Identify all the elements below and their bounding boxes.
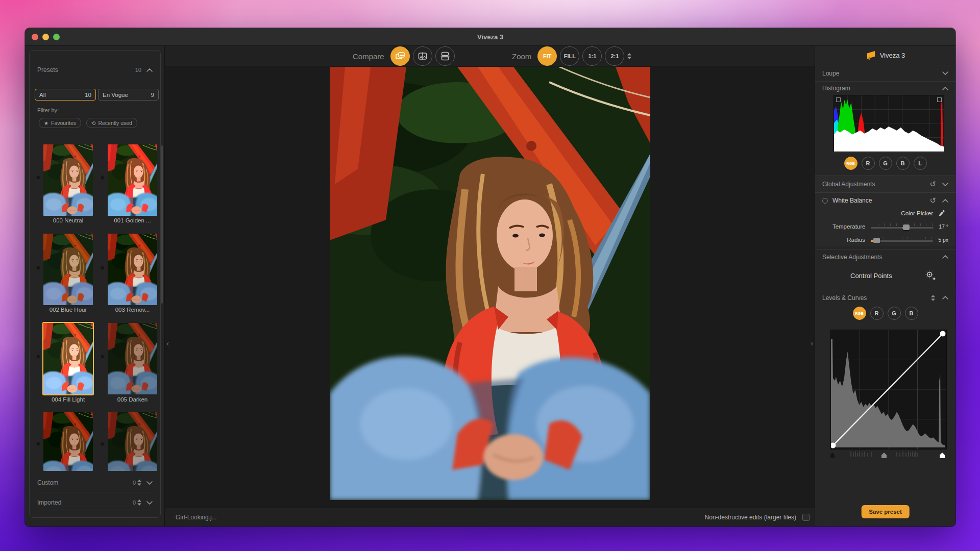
white-balance-header[interactable]: White Balance ↺ xyxy=(815,194,955,207)
zoom-fill-button[interactable]: FILL xyxy=(560,46,579,66)
nondestructive-label: Non-destructive edits (larger files) xyxy=(705,514,796,521)
chevron-up-icon[interactable] xyxy=(942,296,948,299)
chevron-down-icon[interactable] xyxy=(146,481,153,485)
chevron-down-icon[interactable] xyxy=(146,501,153,505)
zoom-fit-button[interactable]: FIT xyxy=(537,46,557,66)
presets-sidebar: Presets 10 All 10 En Vogue 9 Filter by: … xyxy=(25,46,164,526)
presets-scrollbar[interactable] xyxy=(161,145,163,304)
chevron-down-icon[interactable] xyxy=(942,183,948,186)
channel-g-button[interactable]: G xyxy=(879,157,892,170)
add-control-point-icon[interactable] xyxy=(924,269,936,282)
temperature-slider-thumb[interactable] xyxy=(903,224,910,230)
white-point-handle[interactable] xyxy=(940,453,945,458)
zoom-fit-label: FIT xyxy=(543,53,552,59)
curves-channel-g-button[interactable]: G xyxy=(888,307,901,320)
save-preset-button[interactable]: Save preset xyxy=(861,505,910,518)
preset-thumb-005-darken[interactable] xyxy=(108,323,157,394)
collapse-right-panel-handle[interactable]: › xyxy=(811,340,813,347)
shadow-clipping-toggle[interactable] xyxy=(836,97,841,102)
color-picker-label: Color Picker xyxy=(901,210,933,216)
curves-channel-r-button[interactable]: R xyxy=(870,307,884,320)
eyedropper-icon[interactable] xyxy=(938,210,945,217)
temperature-slider[interactable] xyxy=(871,223,934,230)
viveza-logo-icon xyxy=(866,51,876,60)
favourite-star-icon[interactable]: ★ xyxy=(35,353,41,360)
global-adjustments-header[interactable]: Global Adjustments ↺ xyxy=(815,176,955,193)
control-points-label: Control Points xyxy=(850,272,892,280)
preset-label: 002 Blue Hour xyxy=(36,307,101,313)
zoom-2-1-button[interactable]: 2:1 xyxy=(605,46,624,66)
zoom-1-1-button[interactable]: 1:1 xyxy=(582,46,602,66)
curves-channel-b-button[interactable]: B xyxy=(905,307,918,320)
selective-adjustments-header[interactable]: Selective Adjustments xyxy=(815,249,955,264)
favourite-star-icon[interactable]: ★ xyxy=(35,440,41,447)
imported-count: 0 xyxy=(133,499,136,506)
compare-split-vertical-button[interactable] xyxy=(413,46,432,66)
channel-rgb-button[interactable]: RGB xyxy=(844,157,857,170)
tone-curve-graphic xyxy=(831,330,946,449)
desktop: Viveza 3 Presets 10 All 10 En Vogue xyxy=(0,0,980,551)
favourite-star-icon[interactable]: ★ xyxy=(100,264,106,271)
histogram-section-header[interactable]: Histogram xyxy=(815,82,955,95)
count-stepper-icon[interactable] xyxy=(137,499,141,506)
curves-channel-rgb-button[interactable]: RGB xyxy=(853,307,866,320)
titlebar: Viveza 3 xyxy=(25,28,955,46)
highlight-clipping-toggle[interactable] xyxy=(937,97,942,102)
temperature-value: 17 ° xyxy=(939,223,948,230)
zoom-stepper-icon[interactable] xyxy=(627,53,631,59)
compare-single-view-button[interactable] xyxy=(390,46,410,66)
reset-icon[interactable]: ↺ xyxy=(929,180,936,189)
levels-curves-header[interactable]: Levels & Curves xyxy=(815,290,955,305)
imported-section-header[interactable]: Imported 0 xyxy=(29,497,161,508)
favourite-star-icon[interactable]: ★ xyxy=(35,173,41,181)
tab-all-presets[interactable]: All 10 xyxy=(35,89,96,101)
chevron-down-icon[interactable] xyxy=(942,71,948,75)
compare-split-horizontal-button[interactable] xyxy=(435,46,455,66)
preset-thumb-002-blue-hour[interactable] xyxy=(43,234,93,305)
close-window-button[interactable] xyxy=(32,34,38,40)
tab-en-vogue[interactable]: En Vogue 9 xyxy=(98,89,159,101)
preset-thumb-003-remove[interactable] xyxy=(108,234,157,305)
count-stepper-icon[interactable] xyxy=(137,480,141,486)
minimize-window-button[interactable] xyxy=(42,34,49,40)
preset-thumb-006[interactable] xyxy=(43,412,93,471)
tone-curve-editor[interactable] xyxy=(830,330,947,449)
reorder-stepper-icon[interactable] xyxy=(931,295,935,301)
channel-b-button[interactable]: B xyxy=(896,157,910,170)
filter-favourites-button[interactable]: ★ Favourites xyxy=(39,118,81,128)
chevron-up-icon[interactable] xyxy=(942,255,948,259)
presets-header[interactable]: Presets 10 xyxy=(29,64,161,76)
chevron-up-icon[interactable] xyxy=(942,199,948,203)
favourite-star-icon[interactable]: ★ xyxy=(35,264,41,271)
channel-r-button[interactable]: R xyxy=(862,157,875,170)
split-horizontal-icon xyxy=(440,51,450,61)
preset-thumb-004-fill-light-selected[interactable] xyxy=(43,323,93,394)
channel-l-button[interactable]: L xyxy=(914,157,927,170)
gamma-handle[interactable] xyxy=(881,453,887,458)
collapse-left-panel-handle[interactable]: ‹ xyxy=(166,340,169,347)
nondestructive-checkbox[interactable] xyxy=(802,514,810,521)
levels-markers xyxy=(830,450,947,460)
favourite-star-icon[interactable]: ★ xyxy=(100,353,106,360)
tab-en-vogue-count: 9 xyxy=(151,92,154,98)
reset-icon[interactable]: ↺ xyxy=(929,196,936,205)
chevron-up-icon[interactable] xyxy=(942,87,948,90)
temperature-label: Temperature xyxy=(822,223,865,230)
preset-thumb-001-golden[interactable] xyxy=(108,144,157,216)
preset-thumb-007[interactable] xyxy=(108,412,157,471)
radius-slider[interactable] xyxy=(871,236,933,243)
white-balance-enable-checkbox[interactable] xyxy=(822,198,828,204)
favourite-star-icon[interactable]: ★ xyxy=(100,440,106,447)
custom-section-header[interactable]: Custom 0 xyxy=(29,477,161,488)
loupe-section-header[interactable]: Loupe xyxy=(815,65,955,82)
chevron-up-icon[interactable] xyxy=(146,68,153,72)
zoom-window-button[interactable] xyxy=(53,34,60,40)
radius-slider-thumb[interactable] xyxy=(873,238,880,243)
filter-recently-used-button[interactable]: ⟲ Recently used xyxy=(86,118,137,128)
editor-canvas: Compare xyxy=(164,46,815,526)
status-bar: Girl-Looking.j... Non-destructive edits … xyxy=(165,508,815,526)
preset-thumb-000-neutral[interactable] xyxy=(43,144,93,216)
black-point-handle[interactable] xyxy=(830,453,835,458)
favourite-star-icon[interactable]: ★ xyxy=(100,173,106,181)
photo-canvas[interactable] xyxy=(330,67,650,500)
